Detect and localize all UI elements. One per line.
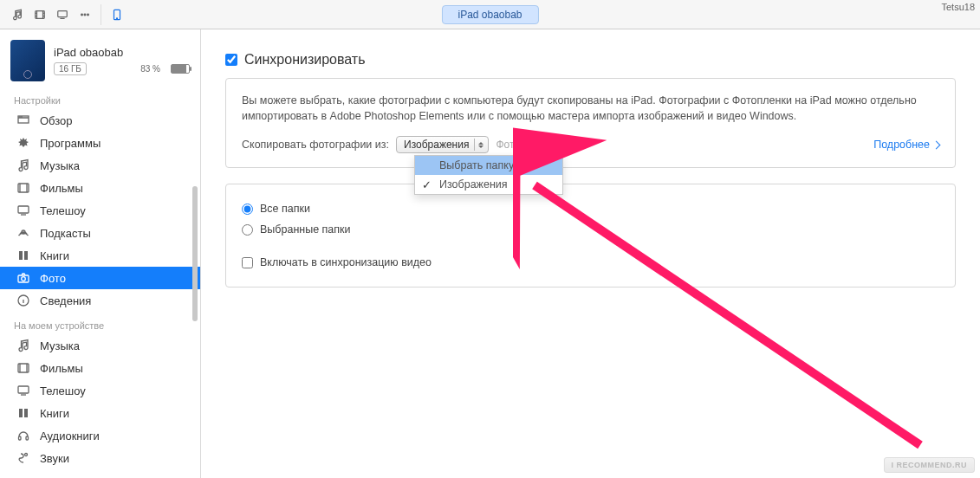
sidebar-item-label: Сведения bbox=[40, 294, 91, 307]
svg-point-18 bbox=[25, 454, 28, 456]
section-device-label: На моем устройстве bbox=[0, 312, 200, 334]
sidebar-item-overview[interactable]: Обзор bbox=[0, 109, 200, 132]
sidebar-item-music[interactable]: Музыка bbox=[0, 154, 200, 177]
more-icon[interactable] bbox=[75, 4, 95, 25]
sidebar-item-books[interactable]: Книги bbox=[0, 244, 200, 267]
photos-count: Фото: 0 bbox=[496, 139, 531, 151]
include-video-checkbox[interactable] bbox=[242, 257, 253, 268]
tv-icon[interactable] bbox=[52, 4, 73, 25]
device-header[interactable]: iPad obaobab 16 ГБ 83 % bbox=[0, 36, 200, 87]
sidebar-item-label: Книги bbox=[40, 407, 69, 420]
sync-checkbox[interactable] bbox=[225, 54, 237, 66]
sidebar-item-photos[interactable]: Фото bbox=[0, 267, 200, 289]
toolbar: iPad obaobab Tetsu18 bbox=[0, 0, 980, 29]
radio-all-folders[interactable] bbox=[242, 203, 253, 215]
more-link[interactable]: Подробнее bbox=[873, 139, 939, 151]
svg-point-6 bbox=[116, 17, 117, 18]
sidebar: iPad obaobab 16 ГБ 83 % Настройки Обзор … bbox=[0, 29, 201, 478]
apps-icon bbox=[16, 136, 31, 150]
sync-checkbox-row: Синхронизировать bbox=[225, 52, 956, 68]
sidebar-device-audiobooks[interactable]: Аудиокниги bbox=[0, 424, 200, 447]
media-nav-group bbox=[7, 4, 95, 25]
sidebar-device-tv[interactable]: Телешоу bbox=[0, 379, 200, 402]
svg-rect-1 bbox=[58, 10, 68, 16]
copy-from-label: Скопировать фотографии из: bbox=[242, 139, 389, 151]
sidebar-item-movies[interactable]: Фильмы bbox=[0, 177, 200, 199]
sidebar-device-sounds[interactable]: Звуки bbox=[0, 447, 200, 469]
svg-rect-15 bbox=[18, 386, 29, 393]
sidebar-item-podcasts[interactable]: Подкасты bbox=[0, 222, 200, 244]
radio-selected-row: Выбранные папки bbox=[242, 219, 939, 240]
tv-icon bbox=[16, 384, 31, 397]
check-icon: ✓ bbox=[422, 178, 432, 191]
watermark-top: Tetsu18 bbox=[941, 2, 975, 12]
main: iPad obaobab 16 ГБ 83 % Настройки Обзор … bbox=[0, 29, 980, 478]
dropdown-selected-value: Изображения bbox=[404, 139, 469, 151]
dropdown-option-images[interactable]: ✓ Изображения bbox=[415, 175, 562, 194]
sidebar-item-label: Телешоу bbox=[40, 204, 86, 217]
sidebar-item-label: Программы bbox=[40, 137, 101, 150]
svg-rect-16 bbox=[19, 436, 22, 440]
svg-point-4 bbox=[88, 14, 89, 16]
books-icon bbox=[16, 249, 31, 262]
device-meta: 16 ГБ 83 % bbox=[54, 62, 190, 75]
radio-selected-label: Выбранные папки bbox=[260, 223, 351, 236]
ipad-icon[interactable] bbox=[107, 4, 127, 25]
radio-selected-folders[interactable] bbox=[242, 224, 253, 236]
sidebar-item-label: Музыка bbox=[40, 339, 80, 352]
radio-all-label: Все папки bbox=[260, 203, 310, 215]
tv-icon bbox=[16, 203, 31, 217]
info-icon bbox=[16, 294, 31, 307]
include-video-label: Включать в синхронизацию видео bbox=[260, 256, 432, 268]
sidebar-item-info[interactable]: Сведения bbox=[0, 289, 200, 312]
source-dropdown[interactable]: Изображения bbox=[396, 136, 489, 153]
music-icon bbox=[16, 339, 31, 352]
svg-point-2 bbox=[81, 14, 83, 16]
device-name: iPad obaobab bbox=[54, 46, 190, 59]
updown-icon bbox=[474, 139, 484, 151]
movies-icon[interactable] bbox=[29, 4, 50, 25]
sidebar-item-label: Аудиокниги bbox=[40, 430, 100, 442]
section-settings-label: Настройки bbox=[0, 87, 200, 109]
battery-percent: 83 % bbox=[140, 64, 160, 74]
content: Синхронизировать Вы можете выбрать, каки… bbox=[201, 29, 980, 478]
sidebar-item-apps[interactable]: Программы bbox=[0, 132, 200, 154]
music-icon[interactable] bbox=[7, 4, 28, 25]
sidebar-device-music[interactable]: Музыка bbox=[0, 334, 200, 357]
svg-point-3 bbox=[84, 14, 86, 16]
sidebar-item-tv[interactable]: Телешоу bbox=[0, 199, 200, 222]
device-info: iPad obaobab 16 ГБ 83 % bbox=[54, 46, 190, 75]
watermark-bottom: I RECOMMEND.RU bbox=[884, 457, 976, 473]
sidebar-item-label: Фильмы bbox=[40, 362, 83, 375]
podcasts-icon bbox=[16, 226, 31, 240]
sync-label[interactable]: Синхронизировать bbox=[244, 52, 366, 68]
copy-from-row: Скопировать фотографии из: Изображения Ф… bbox=[242, 136, 939, 153]
sidebar-item-label: Музыка bbox=[40, 159, 80, 172]
sidebar-device-books[interactable]: Книги bbox=[0, 402, 200, 424]
device-group bbox=[101, 4, 127, 25]
device-thumbnail-icon bbox=[10, 40, 45, 81]
device-tab[interactable]: iPad obaobab bbox=[441, 5, 538, 24]
sidebar-item-label: Звуки bbox=[40, 452, 69, 465]
dropdown-option-label: Изображения bbox=[439, 178, 508, 191]
radio-all-row: Все папки bbox=[242, 198, 939, 219]
options-panel: Все папки Выбранные папки Включать в син… bbox=[225, 184, 956, 287]
include-video-row: Включать в синхронизацию видео bbox=[242, 252, 939, 273]
sidebar-item-label: Телешоу bbox=[40, 384, 86, 397]
music-icon bbox=[16, 158, 31, 172]
sidebar-item-label: Фильмы bbox=[40, 182, 83, 195]
books-icon bbox=[16, 406, 31, 420]
sounds-icon bbox=[16, 451, 31, 465]
audiobooks-icon bbox=[16, 429, 31, 442]
sidebar-item-label: Обзор bbox=[40, 114, 73, 127]
info-panel: Вы можете выбрать, какие фотографии с ко… bbox=[225, 78, 956, 168]
sidebar-device-movies[interactable]: Фильмы bbox=[0, 357, 200, 379]
info-text: Вы можете выбрать, какие фотографии с ко… bbox=[242, 93, 939, 124]
source-dropdown-menu: Выбрать папку… ✓ Изображения bbox=[414, 155, 563, 195]
dropdown-option-choose-folder[interactable]: Выбрать папку… bbox=[415, 156, 562, 175]
movies-icon bbox=[16, 361, 31, 375]
movies-icon bbox=[16, 181, 31, 195]
svg-rect-17 bbox=[26, 436, 29, 440]
sidebar-item-label: Подкасты bbox=[40, 227, 91, 240]
capacity-badge: 16 ГБ bbox=[54, 62, 87, 75]
